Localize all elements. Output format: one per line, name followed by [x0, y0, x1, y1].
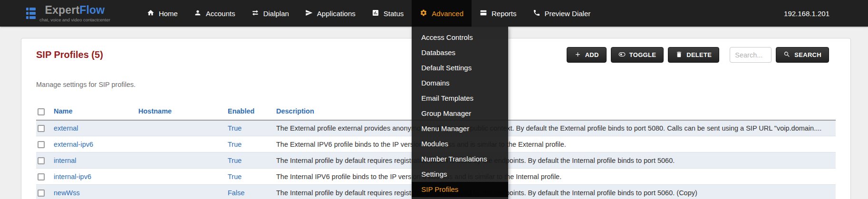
profile-name-link[interactable]: internal-ipv6	[54, 173, 91, 180]
hostname-cell	[138, 136, 228, 152]
logo-grid-icon	[26, 8, 36, 19]
description-cell: The Internal IPV6 profile binds to the I…	[276, 169, 836, 185]
row-checkbox[interactable]	[38, 173, 45, 180]
toggle-button[interactable]: TOGGLE	[611, 47, 664, 63]
row-checkbox[interactable]	[38, 141, 45, 148]
enabled-cell: True	[228, 152, 276, 169]
search-input[interactable]	[730, 47, 772, 63]
nav-item-label: Status	[384, 9, 404, 18]
nav-item-home[interactable]: Home	[139, 0, 186, 27]
nav-item-reports[interactable]: Reports	[472, 0, 525, 27]
dropdown-item-access-controls[interactable]: Access Controls	[412, 30, 508, 45]
description-cell: The External IPV6 profile binds to the I…	[276, 136, 836, 152]
book-icon	[480, 9, 487, 18]
add-button[interactable]: ADD	[567, 47, 607, 63]
user-icon	[194, 9, 202, 18]
nav-item-accounts[interactable]: Accounts	[186, 0, 243, 27]
dropdown-item-settings[interactable]: Settings	[412, 167, 508, 182]
hostname-cell	[138, 185, 228, 199]
hostname-cell	[138, 152, 228, 169]
server-ip-address: 192.168.1.201	[784, 9, 829, 18]
row-checkbox[interactable]	[38, 190, 45, 197]
profile-name-link[interactable]: newWss	[54, 189, 80, 197]
nav-item-advanced[interactable]: Advanced Access Controls Databases Defau…	[412, 0, 472, 27]
profile-name-link[interactable]: internal	[54, 157, 77, 164]
plus-icon	[574, 51, 581, 59]
dropdown-item-modules[interactable]: Modules	[412, 136, 508, 152]
home-icon	[147, 9, 154, 18]
nav-item-label: Advanced	[432, 9, 463, 18]
logo-text: ExpertFlow chat, voice and video contact…	[39, 4, 110, 22]
dropdown-item-databases[interactable]: Databases	[412, 45, 508, 60]
nav-item-status[interactable]: Status	[364, 0, 412, 27]
profile-name-link[interactable]: external	[54, 124, 78, 132]
column-header-enabled[interactable]: Enabled	[228, 104, 276, 120]
dropdown-item-email-templates[interactable]: Email Templates	[412, 91, 508, 106]
enabled-cell: True	[228, 136, 276, 152]
hostname-cell	[138, 120, 228, 136]
nav-item-preview-dialer[interactable]: Preview Dialer	[525, 0, 599, 27]
profile-name-link[interactable]: external-ipv6	[54, 141, 93, 148]
nav-item-applications[interactable]: Applications	[297, 0, 364, 27]
nav-item-label: Applications	[317, 9, 356, 18]
main-nav: Home Accounts Dialplan Applications Stat…	[139, 0, 598, 27]
brand-secondary: Flow	[79, 4, 105, 16]
toggle-button-label: TOGGLE	[629, 51, 656, 58]
add-button-label: ADD	[585, 51, 599, 58]
row-checkbox[interactable]	[38, 125, 45, 132]
nav-item-label: Dialplan	[263, 9, 289, 18]
column-header-hostname[interactable]: Hostname	[138, 104, 228, 120]
trash-icon	[675, 51, 683, 59]
paper-plane-icon	[305, 9, 313, 18]
transfer-arrows-icon	[251, 9, 259, 18]
delete-button[interactable]: DELETE	[668, 47, 719, 63]
nav-item-label: Home	[159, 9, 178, 18]
delete-button-label: DELETE	[686, 51, 712, 58]
top-navbar: ExpertFlow chat, voice and video contact…	[0, 0, 868, 27]
brand-tagline: chat, voice and video contactcenter	[39, 17, 110, 22]
search-button[interactable]: SEARCH	[776, 47, 829, 63]
dropdown-item-domains[interactable]: Domains	[412, 76, 508, 91]
dropdown-item-default-settings[interactable]: Default Settings	[412, 60, 508, 76]
dropdown-item-sip-profiles[interactable]: SIP Profiles	[412, 182, 508, 197]
nav-item-label: Reports	[492, 9, 517, 18]
search-icon	[783, 51, 791, 59]
toolbar: ADD TOGGLE DELETE SEARCH	[567, 47, 829, 63]
nav-item-label: Preview Dialer	[545, 9, 591, 18]
dropdown-item-number-translations[interactable]: Number Translations	[412, 152, 508, 167]
brand-primary: Expert	[45, 4, 79, 16]
page-title: SIP Profiles (5)	[36, 49, 103, 60]
column-header-description[interactable]: Description	[276, 104, 836, 120]
expertflow-logo[interactable]: ExpertFlow chat, voice and video contact…	[26, 0, 110, 27]
description-cell: The External profile external provides a…	[276, 120, 836, 136]
hostname-cell	[138, 169, 228, 185]
description-cell: The Internal profile by default requires…	[276, 152, 836, 169]
nav-item-dialplan[interactable]: Dialplan	[243, 0, 297, 27]
select-all-checkbox[interactable]	[38, 108, 45, 115]
enabled-cell: False	[228, 185, 276, 199]
description-cell: The Internal profile by default requires…	[276, 185, 836, 199]
dropdown-item-group-manager[interactable]: Group Manager	[412, 106, 508, 121]
phone-icon	[533, 9, 540, 18]
gear-icon	[420, 9, 427, 18]
nav-item-label: Accounts	[206, 9, 235, 18]
bar-chart-icon	[372, 9, 379, 18]
enabled-cell: True	[228, 169, 276, 185]
toggle-icon	[618, 51, 626, 59]
advanced-dropdown: Access Controls Databases Default Settin…	[412, 27, 508, 199]
search-button-label: SEARCH	[794, 51, 821, 58]
dropdown-item-menu-manager[interactable]: Menu Manager	[412, 121, 508, 136]
column-header-name[interactable]: Name	[54, 104, 138, 120]
enabled-cell: True	[228, 120, 276, 136]
row-checkbox[interactable]	[38, 157, 45, 164]
